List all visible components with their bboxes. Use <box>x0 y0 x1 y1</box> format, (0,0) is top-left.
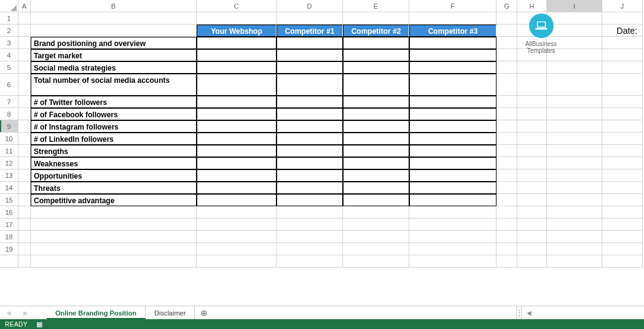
row-label[interactable]: # of Instagram followers <box>31 120 197 133</box>
cell[interactable] <box>409 243 497 255</box>
cell[interactable] <box>547 120 602 133</box>
row-label[interactable]: Strengths <box>31 145 197 157</box>
row-header-2[interactable]: 2 <box>0 25 18 37</box>
row-header-1[interactable]: 1 <box>0 12 18 25</box>
col-header-C[interactable]: C <box>197 0 277 12</box>
cell[interactable] <box>602 231 643 243</box>
cell[interactable] <box>277 145 343 157</box>
cell[interactable] <box>343 231 409 243</box>
cell[interactable] <box>343 61 409 74</box>
select-all-triangle[interactable] <box>0 0 18 12</box>
cell[interactable] <box>18 120 31 133</box>
cell[interactable] <box>277 96 343 108</box>
cell[interactable] <box>18 74 31 96</box>
cell[interactable] <box>602 108 643 120</box>
cell[interactable] <box>18 255 31 268</box>
cell[interactable] <box>197 74 277 96</box>
row-header-14[interactable]: 14 <box>0 182 18 194</box>
cell[interactable] <box>18 108 31 120</box>
cell[interactable] <box>497 37 517 49</box>
cell[interactable] <box>343 133 409 145</box>
cell[interactable] <box>343 219 409 231</box>
cell[interactable] <box>18 157 31 169</box>
cell[interactable] <box>517 219 547 231</box>
cell[interactable] <box>18 12 31 25</box>
cell[interactable] <box>517 96 547 108</box>
cell[interactable] <box>497 108 517 120</box>
cell[interactable] <box>409 219 497 231</box>
cell[interactable] <box>18 194 31 206</box>
cell[interactable] <box>517 169 547 182</box>
cell[interactable] <box>409 74 497 96</box>
cell[interactable] <box>409 12 497 25</box>
row-header-17[interactable]: 17 <box>0 219 18 231</box>
cell[interactable] <box>517 194 547 206</box>
cell[interactable] <box>277 243 343 255</box>
cell[interactable] <box>517 206 547 219</box>
cell[interactable] <box>343 206 409 219</box>
cell[interactable] <box>602 243 643 255</box>
row-header-5[interactable]: 5 <box>0 61 18 74</box>
cell[interactable] <box>602 182 643 194</box>
cell[interactable] <box>602 37 643 49</box>
cell[interactable] <box>197 255 277 268</box>
cell[interactable] <box>497 145 517 157</box>
row-header-20[interactable] <box>0 255 18 268</box>
cell[interactable] <box>343 120 409 133</box>
cell[interactable] <box>517 157 547 169</box>
cell[interactable] <box>277 169 343 182</box>
cell[interactable] <box>497 194 517 206</box>
cell[interactable] <box>197 219 277 231</box>
tab-online-branding[interactable]: Online Branding Position <box>47 306 146 319</box>
cell[interactable] <box>277 255 343 268</box>
cell[interactable] <box>409 108 497 120</box>
cell[interactable] <box>602 157 643 169</box>
cell[interactable] <box>497 133 517 145</box>
col-header-E[interactable]: E <box>343 0 409 12</box>
cell[interactable] <box>497 120 517 133</box>
cell[interactable] <box>18 133 31 145</box>
row-header-16[interactable]: 16 <box>0 206 18 219</box>
cell[interactable] <box>602 194 643 206</box>
cell[interactable] <box>197 157 277 169</box>
row-label[interactable]: # of Facebook followers <box>31 108 197 120</box>
cell[interactable] <box>409 194 497 206</box>
cell[interactable] <box>277 206 343 219</box>
cell[interactable] <box>547 182 602 194</box>
cell[interactable] <box>497 182 517 194</box>
cell[interactable] <box>277 120 343 133</box>
cell[interactable] <box>18 25 31 37</box>
cell[interactable] <box>409 206 497 219</box>
cell[interactable] <box>409 49 497 61</box>
cell[interactable] <box>18 169 31 182</box>
cell[interactable] <box>197 243 277 255</box>
cell[interactable] <box>497 243 517 255</box>
cell[interactable] <box>197 182 277 194</box>
cell[interactable] <box>197 12 277 25</box>
cell[interactable] <box>517 231 547 243</box>
cell[interactable] <box>547 61 602 74</box>
cell[interactable] <box>343 12 409 25</box>
cell[interactable] <box>343 108 409 120</box>
cell[interactable] <box>547 108 602 120</box>
col-header-F[interactable]: F <box>409 0 497 12</box>
cell[interactable] <box>517 243 547 255</box>
cell[interactable] <box>602 255 643 268</box>
cell[interactable] <box>409 61 497 74</box>
cell[interactable] <box>517 145 547 157</box>
cell[interactable] <box>517 74 547 96</box>
row-header-15[interactable]: 15 <box>0 194 18 206</box>
cell[interactable] <box>277 231 343 243</box>
row-header-10[interactable]: 10 <box>0 133 18 145</box>
cell[interactable] <box>497 219 517 231</box>
cell[interactable] <box>497 25 517 37</box>
cell[interactable] <box>409 133 497 145</box>
cell[interactable] <box>343 74 409 96</box>
row-header-19[interactable]: 19 <box>0 243 18 255</box>
col-header-A[interactable]: A <box>18 0 31 12</box>
tab-nav-prev[interactable]: ◄ <box>0 306 17 319</box>
cell[interactable] <box>547 194 602 206</box>
cell[interactable] <box>31 255 197 268</box>
cell[interactable] <box>18 219 31 231</box>
row-label[interactable]: Target market <box>31 49 197 61</box>
